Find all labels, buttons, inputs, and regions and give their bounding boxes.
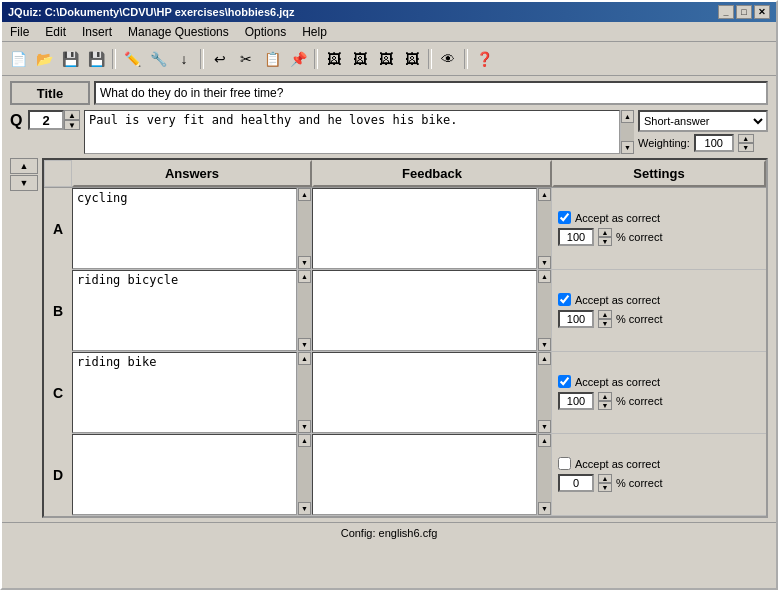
correct-label-b: % correct [616, 313, 662, 325]
correct-row-a: ▲ ▼ % correct [558, 228, 760, 246]
q-number-down[interactable]: ▼ [64, 120, 80, 130]
answer-a-up[interactable]: ▲ [298, 188, 311, 201]
help-button[interactable]: ❓ [472, 47, 496, 71]
feedback-a-down[interactable]: ▼ [538, 256, 551, 269]
feedback-input-c[interactable] [312, 352, 537, 433]
eraser-button[interactable]: ✏️ [120, 47, 144, 71]
feedback-input-a[interactable] [312, 188, 537, 269]
accept-checkbox-a[interactable] [558, 211, 571, 224]
menu-insert[interactable]: Insert [78, 24, 116, 40]
answer-b-up[interactable]: ▲ [298, 270, 311, 283]
save-as-button[interactable]: 💾 [84, 47, 108, 71]
answer-input-b[interactable]: riding bicycle [72, 270, 297, 351]
accept-checkbox-b[interactable] [558, 293, 571, 306]
answer-c-up[interactable]: ▲ [298, 352, 311, 365]
export3-button[interactable]: 🖼 [374, 47, 398, 71]
feedback-a-up[interactable]: ▲ [538, 188, 551, 201]
menu-options[interactable]: Options [241, 24, 290, 40]
tools-button[interactable]: 🔧 [146, 47, 170, 71]
nav-down[interactable]: ▼ [10, 175, 38, 191]
export1-button[interactable]: 🖼 [322, 47, 346, 71]
feedback-c-up[interactable]: ▲ [538, 352, 551, 365]
answer-d-up[interactable]: ▲ [298, 434, 311, 447]
save-button[interactable]: 💾 [58, 47, 82, 71]
open-button[interactable]: 📂 [32, 47, 56, 71]
export2-button[interactable]: 🖼 [348, 47, 372, 71]
weight-down[interactable]: ▼ [738, 143, 754, 152]
correct-spin-b[interactable]: ▲ ▼ [598, 310, 612, 328]
answer-input-c[interactable]: riding bike [72, 352, 297, 433]
weight-up[interactable]: ▲ [738, 134, 754, 143]
rows-content: cycling ▲ ▼ ▲ [72, 188, 766, 516]
weight-spinner[interactable]: ▲ ▼ [738, 134, 754, 152]
feedback-b-up[interactable]: ▲ [538, 270, 551, 283]
q-scroll-up[interactable]: ▲ [621, 110, 634, 123]
undo-button[interactable]: ↩ [208, 47, 232, 71]
answer-input-a[interactable]: cycling [72, 188, 297, 269]
correct-up-a[interactable]: ▲ [598, 228, 612, 237]
answer-a-down[interactable]: ▼ [298, 256, 311, 269]
new-button[interactable]: 📄 [6, 47, 30, 71]
q-scroll-down[interactable]: ▼ [621, 141, 634, 154]
correct-input-c[interactable] [558, 392, 594, 410]
close-button[interactable]: ✕ [754, 5, 770, 19]
answer-input-d[interactable] [72, 434, 297, 515]
feedback-input-d[interactable] [312, 434, 537, 515]
accept-checkbox-d[interactable] [558, 457, 571, 470]
correct-spin-c[interactable]: ▲ ▼ [598, 392, 612, 410]
feedback-d-up[interactable]: ▲ [538, 434, 551, 447]
answer-d-scrollbar: ▲ ▼ [297, 434, 311, 515]
arrow-button[interactable]: ↓ [172, 47, 196, 71]
question-textarea[interactable]: Paul is very fit and healthy and he love… [84, 110, 620, 154]
feedback-c-down[interactable]: ▼ [538, 420, 551, 433]
cell-feedback-d: ▲ ▼ [312, 434, 552, 515]
answer-c-down[interactable]: ▼ [298, 420, 311, 433]
row-label-c: C [44, 352, 72, 434]
weight-label: Weighting: [638, 137, 690, 149]
menu-file[interactable]: File [6, 24, 33, 40]
correct-down-c[interactable]: ▼ [598, 401, 612, 410]
menu-manage-questions[interactable]: Manage Questions [124, 24, 233, 40]
cell-settings-a: Accept as correct ▲ ▼ % correct [552, 188, 766, 269]
paste-button[interactable]: 📌 [286, 47, 310, 71]
correct-up-d[interactable]: ▲ [598, 474, 612, 483]
cell-settings-b: Accept as correct ▲ ▼ % correct [552, 270, 766, 351]
table-row: riding bicycle ▲ ▼ ▲ [72, 270, 766, 352]
correct-down-a[interactable]: ▼ [598, 237, 612, 246]
correct-down-b[interactable]: ▼ [598, 319, 612, 328]
menu-help[interactable]: Help [298, 24, 331, 40]
q-number-spinner[interactable]: ▲ ▼ [64, 110, 80, 130]
accept-label-d: Accept as correct [575, 458, 660, 470]
correct-input-d[interactable] [558, 474, 594, 492]
correct-row-d: ▲ ▼ % correct [558, 474, 760, 492]
minimize-button[interactable]: _ [718, 5, 734, 19]
accept-row-a: Accept as correct [558, 211, 760, 224]
answer-b-down[interactable]: ▼ [298, 338, 311, 351]
preview-button[interactable]: 👁 [436, 47, 460, 71]
col-headers: Answers Feedback Settings [44, 160, 766, 188]
copy-button[interactable]: 📋 [260, 47, 284, 71]
correct-input-a[interactable] [558, 228, 594, 246]
menu-edit[interactable]: Edit [41, 24, 70, 40]
correct-input-b[interactable] [558, 310, 594, 328]
correct-up-b[interactable]: ▲ [598, 310, 612, 319]
weight-input[interactable] [694, 134, 734, 152]
question-type-select[interactable]: Short-answer [638, 110, 768, 132]
table-row: riding bike ▲ ▼ ▲ [72, 352, 766, 434]
correct-up-c[interactable]: ▲ [598, 392, 612, 401]
export4-button[interactable]: 🖼 [400, 47, 424, 71]
nav-up[interactable]: ▲ [10, 158, 38, 174]
correct-spin-a[interactable]: ▲ ▼ [598, 228, 612, 246]
cut-button[interactable]: ✂ [234, 47, 258, 71]
title-input[interactable] [94, 81, 768, 105]
q-number-up[interactable]: ▲ [64, 110, 80, 120]
feedback-d-down[interactable]: ▼ [538, 502, 551, 515]
maximize-button[interactable]: □ [736, 5, 752, 19]
feedback-input-b[interactable] [312, 270, 537, 351]
feedback-b-down[interactable]: ▼ [538, 338, 551, 351]
correct-down-d[interactable]: ▼ [598, 483, 612, 492]
answer-d-down[interactable]: ▼ [298, 502, 311, 515]
cell-feedback-a: ▲ ▼ [312, 188, 552, 269]
accept-checkbox-c[interactable] [558, 375, 571, 388]
correct-spin-d[interactable]: ▲ ▼ [598, 474, 612, 492]
